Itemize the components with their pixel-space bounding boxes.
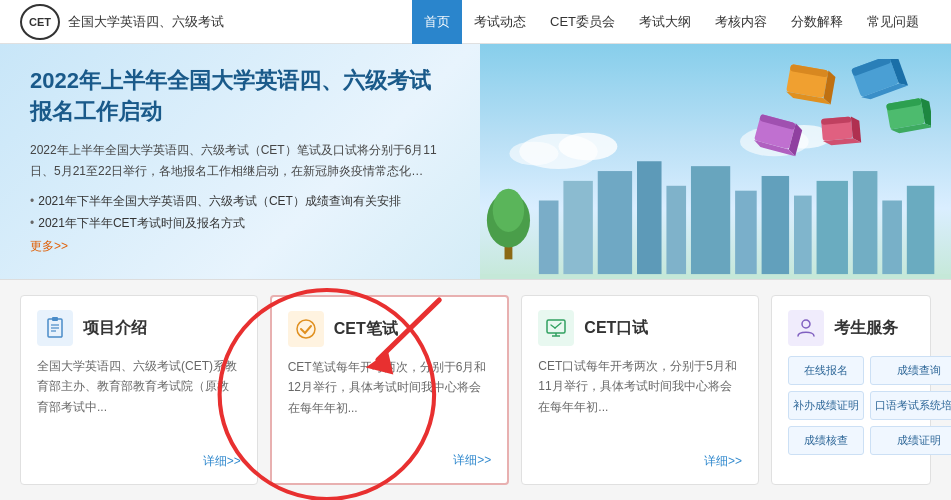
nav-scores[interactable]: 分数解释 [779, 0, 855, 44]
check-icon [295, 318, 317, 340]
nav-faq[interactable]: 常见问题 [855, 0, 931, 44]
card-oral-header: CET口试 [538, 310, 742, 346]
nav-content[interactable]: 考核内容 [703, 0, 779, 44]
user-icon [795, 317, 817, 339]
card-service-title: 考生服务 [834, 318, 898, 339]
svg-rect-19 [882, 201, 902, 280]
card-written: CET笔试 CET笔试每年开考两次，分别于6月和12月举行，具体考试时间我中心将… [270, 295, 510, 485]
floating-icons [731, 59, 931, 189]
cet-logo: CET [20, 4, 60, 40]
card-oral-title: CET口试 [584, 318, 648, 339]
oral-icon [538, 310, 574, 346]
logo-area: CET 全国大学英语四、六级考试 [20, 4, 224, 40]
svg-rect-20 [907, 186, 934, 279]
service-btn-register[interactable]: 在线报名 [788, 356, 864, 385]
card-service-header: 考生服务 [788, 310, 914, 346]
card-project-more[interactable]: 详细>> [203, 453, 241, 470]
card-written-title: CET笔试 [334, 319, 398, 340]
service-btn-cert[interactable]: 补办成绩证明 [788, 391, 864, 420]
card-written-body: CET笔试每年开考两次，分别于6月和12月举行，具体考试时间我中心将会在每年年初… [288, 357, 492, 418]
svg-rect-15 [762, 176, 789, 279]
main-nav: 首页 考试动态 CET委员会 考试大纲 考核内容 分数解释 常见问题 [412, 0, 931, 44]
more-link[interactable]: 更多>> [30, 238, 450, 255]
svg-rect-13 [691, 166, 730, 279]
svg-point-47 [297, 320, 315, 338]
card-oral-body: CET口试每年开考两次，分别于5月和11月举行，具体考试时间我中心将会在每年年初… [538, 356, 742, 417]
svg-rect-11 [637, 161, 662, 279]
nav-committee[interactable]: CET委员会 [538, 0, 627, 44]
card-project: 项目介绍 全国大学英语四、六级考试(CET)系教育部主办、教育部教育考试院（原教… [20, 295, 258, 485]
card-project-header: 项目介绍 [37, 310, 241, 346]
svg-rect-10 [598, 171, 632, 279]
svg-rect-16 [794, 196, 812, 279]
hero-link-1[interactable]: 2021年下半年全国大学英语四、六级考试（CET）成绩查询有关安排 [30, 193, 450, 210]
service-btn-oral-train[interactable]: 口语考试系统培训 [870, 391, 951, 420]
svg-line-52 [555, 323, 561, 328]
hero-desc: 2022年上半年全国大学英语四、六级考试（CET）笔试及口试将分别于6月11日、… [30, 140, 450, 183]
svg-rect-14 [735, 191, 757, 279]
header: CET 全国大学英语四、六级考试 首页 考试动态 CET委员会 考试大纲 考核内… [0, 0, 951, 44]
card-project-title: 项目介绍 [83, 318, 147, 339]
hero-right [480, 44, 951, 279]
project-icon [37, 310, 73, 346]
service-btn-check[interactable]: 成绩核查 [788, 426, 864, 455]
nav-syllabus[interactable]: 考试大纲 [627, 0, 703, 44]
site-title: 全国大学英语四、六级考试 [68, 13, 224, 31]
hero-link-2[interactable]: 2021年下半年CET考试时间及报名方式 [30, 215, 450, 232]
monitor-icon [545, 317, 567, 339]
svg-rect-17 [817, 181, 848, 279]
svg-point-1 [559, 133, 618, 160]
card-service: 考生服务 在线报名 成绩查询 补办成绩证明 口语考试系统培训 成绩核查 成绩证明 [771, 295, 931, 485]
svg-rect-9 [563, 181, 592, 279]
service-buttons: 在线报名 成绩查询 补办成绩证明 口语考试系统培训 成绩核查 成绩证明 [788, 356, 914, 455]
hero-links: 2021年下半年全国大学英语四、六级考试（CET）成绩查询有关安排 2021年下… [30, 193, 450, 232]
service-btn-proof[interactable]: 成绩证明 [870, 426, 951, 455]
written-icon [288, 311, 324, 347]
svg-rect-8 [539, 201, 559, 280]
card-written-more[interactable]: 详细>> [453, 452, 491, 469]
svg-line-51 [551, 325, 555, 328]
hero-left: 2022年上半年全国大学英语四、六级考试报名工作启动 2022年上半年全国大学英… [0, 44, 480, 279]
nav-news[interactable]: 考试动态 [462, 0, 538, 44]
svg-point-2 [509, 142, 558, 166]
cards-section: 项目介绍 全国大学英语四、六级考试(CET)系教育部主办、教育部教育考试院（原教… [0, 279, 951, 500]
card-written-header: CET笔试 [288, 311, 492, 347]
clipboard-icon [44, 317, 66, 339]
service-btn-scores[interactable]: 成绩查询 [870, 356, 951, 385]
card-oral-more[interactable]: 详细>> [704, 453, 742, 470]
hero-title: 2022年上半年全国大学英语四、六级考试报名工作启动 [30, 66, 450, 128]
hero-section: 2022年上半年全国大学英语四、六级考试报名工作启动 2022年上半年全国大学英… [0, 44, 951, 279]
svg-rect-12 [666, 186, 686, 279]
nav-home[interactable]: 首页 [412, 0, 462, 44]
card-project-body: 全国大学英语四、六级考试(CET)系教育部主办、教育部教育考试院（原教育部考试中… [37, 356, 241, 417]
service-icon [788, 310, 824, 346]
svg-rect-43 [52, 317, 58, 321]
card-oral: CET口试 CET口试每年开考两次，分别于5月和11月举行，具体考试时间我中心将… [521, 295, 759, 485]
svg-point-53 [802, 320, 810, 328]
svg-point-7 [493, 189, 524, 232]
